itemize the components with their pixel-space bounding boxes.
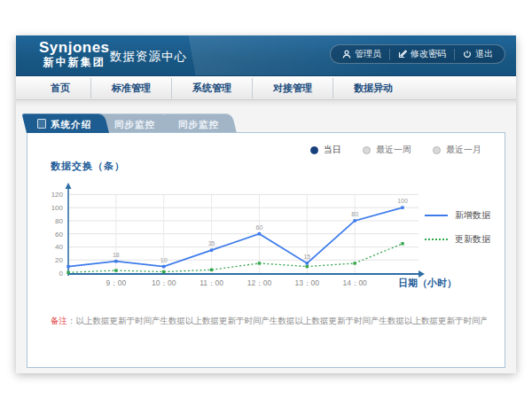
main-panel: 当日最近一周最近一月 数据交换（条） 0204060801001209：0010… [27,132,505,368]
edit-icon [398,50,407,59]
svg-text:100: 100 [397,198,408,204]
tab-label: 同步监控 [178,119,219,129]
svg-text:40: 40 [55,243,63,251]
logo-text-en: Synjones [39,39,110,57]
radio-option-2[interactable]: 最近一月 [433,144,481,156]
radio-icon [363,146,371,154]
document-icon [37,119,46,129]
logout-button[interactable]: 退出 [454,49,501,60]
radio-icon [433,146,441,154]
footer-note: 备注：以上数据更新于时间产生数据以上数据更新于时间产生数据以上数据更新于时间产生… [51,316,487,327]
logo-text-cn: 新中新集团 [39,57,110,69]
logout-label: 退出 [475,48,493,60]
change-password-button[interactable]: 修改密码 [389,49,454,60]
tab-bar: 系统介绍同步监控同步监控 [27,113,231,133]
legend-swatch [425,215,448,216]
svg-text:0: 0 [59,270,64,278]
svg-text:14：00: 14：00 [342,278,367,287]
svg-text:10: 10 [160,257,168,263]
svg-text:60: 60 [256,224,263,231]
tab-label: 系统介绍 [51,119,91,129]
svg-text:11：00: 11：00 [200,278,223,287]
svg-text:120: 120 [51,191,64,199]
tab-2[interactable]: 同步监控 [168,113,237,133]
svg-text:80: 80 [55,217,63,225]
company-logo: Synjones 新中新集团 [39,39,110,68]
admin-label: 管理员 [355,48,381,60]
power-icon [463,50,472,59]
nav-item-4[interactable]: 数据异动 [332,78,413,98]
nav-bar: 首页标准管理系统管理对接管理数据异动 [16,76,516,100]
svg-text:35: 35 [208,240,215,246]
nav-item-2[interactable]: 系统管理 [171,78,252,98]
line-chart: 0204060801001209：0010：0011：0012：0013：001… [35,174,438,307]
note-text: ：以上数据更新于时间产生数据以上数据更新于时间产生数据以上数据更新于时间产生数据… [67,316,487,325]
svg-text:15: 15 [303,254,310,260]
svg-text:18: 18 [113,252,120,258]
user-menu: 管理员修改密码退出 [330,44,505,64]
y-axis-title: 数据交换（条） [51,160,125,173]
time-range-filter: 当日最近一周最近一月 [310,144,481,156]
legend-item-1: 更新数据 [425,233,490,246]
radio-label: 最近一月 [446,144,481,156]
svg-text:100: 100 [51,204,64,212]
svg-text:9：00: 9：00 [106,278,127,287]
app-window: Synjones 新中新集团 数据资源中心 管理员修改密码退出 首页标准管理系统… [16,35,516,372]
x-axis-title: 日期（小时） [398,277,457,290]
legend-label: 更新数据 [455,233,490,246]
radio-option-1[interactable]: 最近一周 [363,144,411,156]
app-header: Synjones 新中新集团 数据资源中心 管理员修改密码退出 [16,35,516,76]
change-password-label: 修改密码 [411,48,446,60]
nav-item-0[interactable]: 首页 [30,78,90,98]
user-icon [342,50,351,59]
radio-icon [310,146,318,154]
admin-button[interactable]: 管理员 [334,49,389,60]
chart-legend: 新增数据更新数据 [425,209,490,246]
legend-item-0: 新增数据 [425,209,490,222]
svg-text:20: 20 [55,256,63,264]
legend-swatch [425,239,448,240]
svg-text:60: 60 [55,231,63,239]
tab-0[interactable]: 系统介绍 [27,113,109,133]
radio-label: 当日 [324,144,341,156]
page-title: 数据资源中心 [110,49,187,65]
radio-option-0[interactable]: 当日 [310,144,341,156]
nav-item-3[interactable]: 对接管理 [252,78,332,98]
note-prefix: 备注 [51,316,67,325]
legend-label: 新增数据 [455,209,490,222]
tab-1[interactable]: 同步监控 [104,113,173,133]
content-area: 系统介绍同步监控同步监控 当日最近一周最近一月 数据交换（条） 02040608… [16,100,516,373]
svg-text:10：00: 10：00 [152,278,176,287]
svg-text:13：00: 13：00 [295,278,320,287]
tab-label: 同步监控 [114,119,155,129]
nav-item-1[interactable]: 标准管理 [90,78,171,98]
svg-text:80: 80 [351,211,358,217]
radio-label: 最近一周 [376,144,411,156]
svg-text:12：00: 12：00 [247,278,272,287]
chart-container: 0204060801001209：0010：0011：0012：0013：001… [35,174,438,307]
